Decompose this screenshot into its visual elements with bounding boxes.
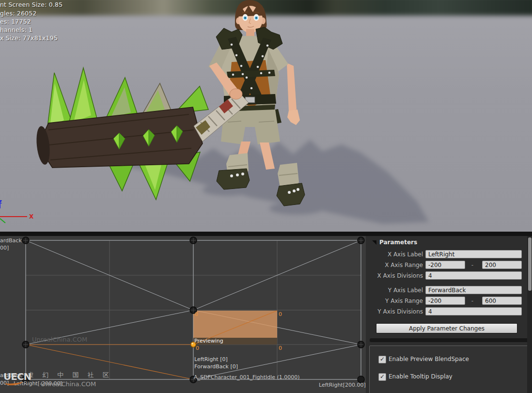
blendspace-grid-panel[interactable]: ardBack 00] UnrealChina.COM 0 0 0 0 Prev…: [0, 236, 366, 393]
panel-scrollbar-thumb[interactable]: [528, 237, 532, 291]
y-axis-divisions-input[interactable]: [425, 307, 522, 315]
watermark-community-cn: 虚 幻 中 国 社 区: [27, 371, 112, 379]
range-separator: -: [469, 262, 476, 268]
enable-preview-blendspace-checkbox[interactable]: ✓: [378, 356, 386, 363]
axis-gizmo: [0, 201, 27, 223]
axis-label-bottomright: LeftRight[200.00]: [319, 382, 366, 388]
watermark-faint: UnrealChina.COM: [32, 336, 87, 343]
x-axis-range-caption: X Axis Range: [366, 262, 423, 268]
section-divider: [370, 338, 528, 342]
panel-divider: [0, 232, 532, 236]
enable-tooltip-display-label: Enable Tooltip Display: [389, 373, 453, 380]
x-axis-label-input[interactable]: [425, 250, 522, 258]
y-axis-range-max-input[interactable]: [482, 297, 522, 305]
tooltip-x-value: LeftRight [0]: [194, 356, 228, 362]
x-axis-divisions-caption: X Axis Divisions: [366, 272, 423, 279]
gizmo-z-label: z: [0, 198, 2, 205]
sample-weight-label: A_SDFCharacter_001_FightIdle (1.0000): [194, 374, 300, 380]
enable-preview-blendspace-label: Enable Preview BlendSpace: [389, 356, 469, 362]
watermark-site: UnrealChina.COM: [41, 380, 96, 388]
character-preview-scene: [0, 0, 532, 232]
previewing-label: Previewing: [194, 338, 223, 344]
stat-vertices: es: 17752: [0, 18, 31, 25]
cell-weight-bottomright: 0: [279, 345, 282, 351]
y-axis-divisions-caption: Y Axis Divisions: [366, 308, 423, 315]
gizmo-x-label: X: [29, 213, 33, 220]
parameters-panel: Parameters X Axis Label X Axis Range - X…: [366, 236, 532, 393]
enable-tooltip-display-checkbox[interactable]: ✓: [378, 373, 386, 381]
tooltip-y-value: ForwardBack [0]: [194, 363, 238, 370]
cell-weight-topright: 0: [279, 311, 282, 317]
preview-options-box: ✓ Enable Preview BlendSpace ✓ Enable Too…: [369, 346, 529, 393]
y-axis-label-input[interactable]: [425, 286, 522, 294]
range-separator: -: [469, 298, 476, 304]
axis-label-topleft-2: 00]: [0, 245, 9, 251]
stat-screen-size: nt Screen Size: 0.85: [0, 1, 63, 8]
y-axis-range-caption: Y Axis Range: [366, 298, 423, 304]
stat-uv-channels: hannels: 1: [0, 26, 32, 33]
blendspace-grid[interactable]: [0, 236, 366, 393]
x-axis-divisions-input[interactable]: [425, 271, 522, 280]
x-axis-range-max-input[interactable]: [482, 261, 522, 269]
stat-approx-size: x Size: 77x81x195: [0, 34, 58, 42]
x-axis-label-caption: X Axis Label: [366, 251, 423, 258]
cell-weight-topleft: 0: [195, 311, 198, 317]
preview-viewport[interactable]: nt Screen Size: 0.85 gles: 26052 es: 177…: [0, 0, 532, 232]
blendspace-editor-window: nt Screen Size: 0.85 gles: 26052 es: 177…: [0, 0, 532, 393]
parameters-header[interactable]: Parameters: [379, 239, 417, 246]
section-expand-arrow-icon[interactable]: [372, 240, 376, 245]
y-axis-range-min-input[interactable]: [425, 297, 465, 305]
cell-weight-bottomleft: 0: [196, 345, 199, 351]
panel-scrollbar[interactable]: [527, 236, 532, 393]
preview-point-highlight: [191, 343, 193, 345]
y-axis-label-caption: Y Axis Label: [366, 287, 423, 294]
axis-label-topleft-1: ardBack: [0, 237, 22, 244]
x-axis-range-min-input[interactable]: [425, 261, 465, 269]
stat-triangles: gles: 26052: [0, 10, 37, 17]
apply-parameter-changes-button[interactable]: Apply Parameter Changes: [376, 323, 517, 333]
